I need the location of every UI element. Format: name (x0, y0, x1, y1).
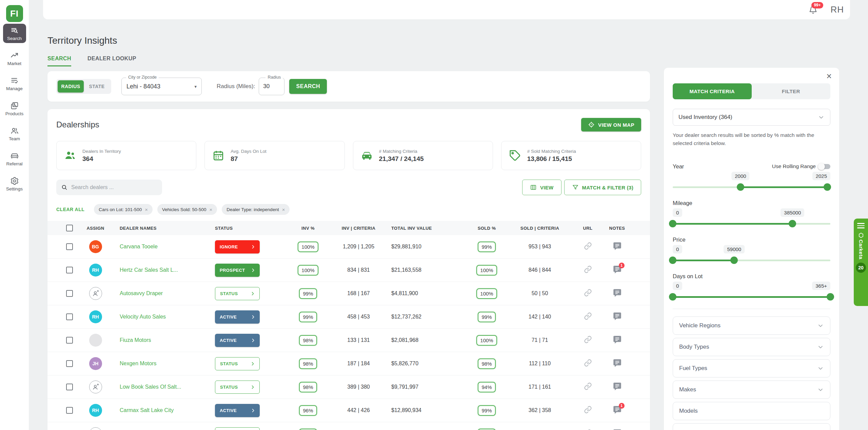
sidebar-item-team[interactable]: Team (3, 124, 26, 143)
sidebar-item-referral[interactable]: Referral (3, 149, 26, 168)
row-checkbox[interactable] (66, 384, 73, 390)
column-header[interactable]: ASSIGN (86, 226, 104, 231)
column-header[interactable]: STATUS (211, 226, 233, 231)
radius-input[interactable] (259, 78, 284, 95)
column-header[interactable]: TOTAL INV VALUE (391, 226, 432, 231)
status-button[interactable]: STATUS (215, 381, 260, 394)
column-header[interactable]: SOLD | CRITERIA (520, 226, 559, 231)
slider-handle-min[interactable] (669, 293, 676, 301)
notes-button[interactable]: 1 (613, 265, 622, 274)
row-checkbox[interactable] (66, 290, 73, 297)
carketa-widget-tab[interactable]: Carketa 20 (854, 219, 868, 306)
notes-button[interactable] (613, 382, 622, 391)
filter-chip[interactable]: Cars on Lot: 101-500 × (94, 204, 153, 215)
notes-button[interactable] (613, 288, 622, 298)
url-link-icon[interactable] (584, 312, 592, 320)
slider-handle-min[interactable] (669, 257, 676, 264)
slider-handle-max[interactable] (827, 293, 834, 301)
remove-chip-icon[interactable]: × (210, 207, 213, 212)
status-button[interactable]: PROSPECT (215, 264, 260, 277)
accordion-vehicle-regions[interactable]: Vehicle Regions (673, 316, 830, 335)
column-header[interactable]: INV | CRITERIA (342, 226, 376, 231)
accordion-trims[interactable]: Trims (673, 423, 830, 430)
accordion-makes[interactable]: Makes (673, 381, 830, 399)
filter-chip[interactable]: Dealer Type: independent × (222, 204, 290, 215)
status-button[interactable]: ACTIVE (215, 404, 260, 417)
dealer-name-link[interactable]: Carmax Salt Lake City (120, 407, 174, 413)
notes-button[interactable] (613, 335, 622, 344)
person-add-icon[interactable] (89, 287, 102, 300)
tab-filter[interactable]: FILTER (752, 83, 831, 99)
person-add-icon[interactable] (89, 427, 102, 430)
slider-track[interactable] (673, 293, 830, 301)
notes-button[interactable]: 1 (613, 405, 622, 414)
status-button[interactable]: ACTIVE (215, 334, 260, 347)
dealer-name-link[interactable]: Autosavvy Draper (120, 290, 163, 296)
user-menu[interactable]: RH (830, 4, 844, 15)
slider-track[interactable] (673, 183, 830, 191)
view-on-map-button[interactable]: VIEW ON MAP (581, 118, 641, 131)
slider-track[interactable] (673, 257, 830, 264)
tab-search[interactable]: SEARCH (47, 56, 71, 66)
url-link-icon[interactable] (584, 335, 592, 344)
status-button[interactable]: STATUS (215, 427, 260, 430)
slider-handle-max[interactable] (730, 257, 738, 264)
radius-toggle-button[interactable]: RADIUS (58, 80, 84, 93)
url-link-icon[interactable] (584, 265, 592, 273)
column-header[interactable]: INV % (301, 226, 315, 231)
state-toggle-button[interactable]: STATE (84, 80, 110, 93)
row-checkbox[interactable] (66, 360, 73, 367)
status-button[interactable]: STATUS (215, 287, 260, 300)
slider-track[interactable] (673, 220, 830, 227)
remove-chip-icon[interactable]: × (282, 207, 285, 212)
sidebar-item-settings[interactable]: Settings (3, 174, 26, 193)
slider-handle-min[interactable] (737, 183, 744, 191)
notifications-button[interactable]: 99+ (809, 5, 817, 14)
notes-button[interactable] (613, 312, 622, 321)
row-checkbox[interactable] (66, 267, 73, 273)
person-add-icon[interactable] (89, 381, 102, 393)
sidebar-item-products[interactable]: Products (3, 99, 26, 118)
select-all-checkbox[interactable] (66, 225, 73, 231)
dealer-name-link[interactable]: Hertz Car Sales Salt L... (120, 267, 178, 273)
status-button[interactable]: STATUS (215, 357, 260, 370)
search-button[interactable]: SEARCH (289, 79, 327, 94)
close-panel-icon[interactable]: × (826, 72, 832, 81)
notes-button[interactable] (613, 359, 622, 368)
sidebar-item-search[interactable]: Search (3, 24, 26, 43)
assignee-avatar[interactable]: JH (89, 357, 102, 370)
column-header[interactable]: NOTES (609, 226, 625, 231)
slider-handle-min[interactable] (669, 220, 676, 227)
url-link-icon[interactable] (584, 242, 592, 250)
dealer-search-input[interactable] (71, 184, 157, 190)
slider-handle-max[interactable] (789, 220, 796, 227)
sidebar-item-market[interactable]: Market (3, 49, 26, 68)
assignee-avatar[interactable]: RH (89, 310, 102, 323)
inventory-type-select[interactable]: Used Inventory (364) (673, 109, 830, 126)
toggle-switch[interactable] (818, 164, 830, 169)
url-link-icon[interactable] (584, 359, 592, 367)
slider-handle-max[interactable] (824, 183, 831, 191)
notes-button[interactable] (613, 242, 622, 251)
row-checkbox[interactable] (66, 337, 73, 344)
url-link-icon[interactable] (584, 289, 592, 297)
dealer-name-link[interactable]: Low Book Sales Of Salt... (120, 384, 181, 390)
city-zipcode-select[interactable]: City or Zipcode Lehi - 84043 ▾ (121, 78, 202, 95)
row-checkbox[interactable] (66, 407, 73, 414)
match-filter-button[interactable]: MATCH & FILTER (3) (564, 180, 642, 195)
url-link-icon[interactable] (584, 382, 592, 390)
row-checkbox[interactable] (66, 243, 73, 250)
url-link-icon[interactable] (584, 406, 592, 414)
accordion-models[interactable]: Models (673, 402, 830, 420)
filter-chip[interactable]: Vehicles Sold: 50-500 × (157, 204, 217, 215)
status-button[interactable]: IGNORE (215, 240, 260, 253)
assignee-avatar[interactable]: RH (89, 404, 102, 417)
tab-dealer-lookup[interactable]: DEALER LOOKUP (87, 56, 136, 66)
assignee-avatar[interactable]: RH (89, 264, 102, 277)
tab-match-criteria[interactable]: MATCH CRITERIA (673, 83, 752, 99)
assignee-avatar[interactable] (89, 334, 102, 347)
accordion-fuel-types[interactable]: Fuel Types (673, 359, 830, 377)
assignee-avatar[interactable]: BG (89, 240, 102, 253)
dealer-name-link[interactable]: Nexgen Motors (120, 361, 157, 366)
notes-button[interactable] (613, 429, 622, 430)
